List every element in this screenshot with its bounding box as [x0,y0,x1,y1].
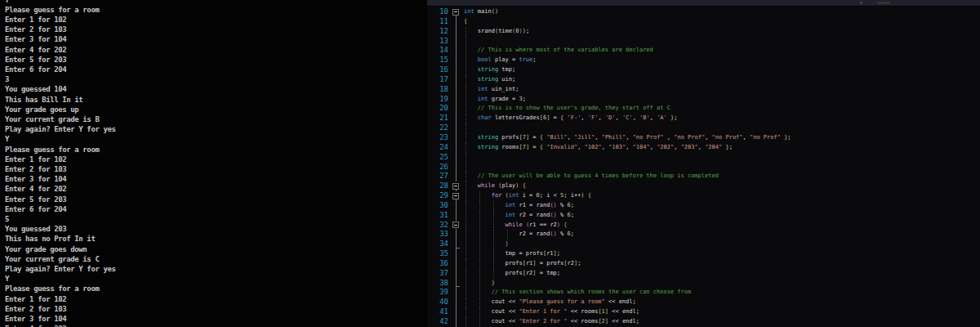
code-line[interactable]: 32 while (r1 == r2) { [427,221,980,231]
code-token: ; i++ [564,192,581,199]
console-window[interactable]: YPlease guess for a roomEnter 1 for 102E… [0,0,426,327]
code-line[interactable]: 41 cout << "Enter 1 for " << rooms[1] <<… [427,307,980,317]
code-line[interactable]: 12 srand(time(0)); [427,27,980,37]
code-token: "no Prof" [712,134,743,141]
console-line: Enter 4 for 202 [5,45,116,55]
code-line[interactable]: 29 for (int i = 0; i < 5; i++) { [427,191,980,201]
code-text: } [464,279,495,289]
fold-guide [450,17,463,27]
code-token: "204" [705,144,722,150]
fold-guide-line [456,259,457,269]
indent-guide [479,307,480,317]
collapse-minus-icon[interactable] [452,222,459,228]
line-number: 33 [427,230,448,238]
code-line[interactable]: 11{ [427,17,980,27]
code-line[interactable]: 22 [427,123,980,133]
code-token: ; [674,114,677,121]
indent-guide [479,211,480,221]
code-line[interactable]: 38 } [427,279,980,289]
fold-guide-line [456,153,457,163]
code-line[interactable]: 16 string tmp; [427,65,980,75]
fold-guide [450,133,463,143]
code-token: , [705,134,711,141]
code-line[interactable]: 30 int r1 = rand() % 6; [427,201,980,211]
fold-toggle[interactable] [450,221,463,231]
code-line[interactable]: 37 profs[r2] = tmp; [427,269,980,279]
code-line[interactable]: 42 cout << "Enter 2 for " << rooms[2] <<… [427,317,980,327]
code-token: , [581,114,587,121]
code-line[interactable]: 23 string profs[7] = { "Bill", "Jill", "… [427,133,980,143]
fold-guide [450,114,463,123]
code-line[interactable]: 33 r2 = rand() % 6; [427,230,980,240]
code-line[interactable]: 27 // The user will be able to guess 4 t… [427,172,980,181]
code-line[interactable]: 28 while (play) { [427,181,980,191]
code-line[interactable]: 18 int uin_int; [427,85,980,95]
indent-guide [466,95,466,105]
code-line[interactable]: 25 [427,153,980,163]
code-token: while [478,182,495,189]
code-token: } [506,240,509,247]
code-line[interactable]: 10int main() [427,7,980,17]
code-token: profs [498,134,519,141]
code-token: , [568,134,574,141]
code-line[interactable]: 34 } [427,240,980,249]
code-line[interactable]: 17 string uin; [427,75,980,85]
code-text: char lettersGrades[6] = { 'F-', 'F', 'D'… [464,114,677,123]
code-token: , [674,144,680,150]
code-line[interactable]: 40 cout << "Please guess for a room" << … [427,298,980,307]
line-number: 12 [427,27,448,35]
code-line[interactable]: 15 bool play = true; [427,56,980,65]
code-line[interactable]: 39 // This section shows which rooms the… [427,288,980,298]
indent-guide [466,153,466,163]
code-token: cout << [464,318,519,325]
fold-guide-line [456,85,457,95]
code-area[interactable]: 10int main()11{12 srand(time(0));1314 //… [427,7,980,327]
code-token: // This is where most of the variables a… [464,47,653,53]
code-line[interactable]: 35 tmp = profs[r1]; [427,249,980,259]
code-token: "no Prof" [633,134,664,141]
fold-guide-line [456,230,457,240]
code-token: string [478,134,498,141]
code-text: int grade = 3; [464,95,526,105]
code-token: << endl; [608,318,639,325]
code-token: play [501,182,515,189]
collapse-minus-icon[interactable] [452,9,459,16]
code-line[interactable]: 13 [427,37,980,47]
console-line: Your current grade is B [5,114,116,124]
fold-guide [450,249,463,259]
fold-guide [450,298,463,307]
fold-toggle[interactable] [450,181,463,191]
code-token: cout << [464,298,519,305]
fold-guide-line [456,163,457,172]
code-token: "Please guess for a room" [519,298,604,305]
code-line[interactable]: 26 [427,163,980,172]
console-line: Enter 4 for 202 [5,184,116,194]
collapse-minus-icon[interactable] [452,183,459,190]
code-line[interactable]: 14 // This is where most of the variable… [427,46,980,56]
code-line[interactable]: 31 int r2 = rand() % 6; [427,211,980,221]
code-token: int [478,96,488,102]
fold-toggle[interactable] [450,7,463,17]
code-token: ; [526,28,529,34]
fold-toggle[interactable] [450,191,463,201]
fold-guide-line [456,95,457,105]
code-line[interactable]: 21 char lettersGrades[6] = { 'F-', 'F', … [427,114,980,123]
code-text: int main() [464,7,498,17]
code-line[interactable]: 24 string rooms[7] = { "Invalid", "102",… [427,143,980,153]
console-line: 5 [5,214,116,224]
editor-top-scrollbar[interactable] [427,0,980,7]
code-line[interactable]: 36 profs[r1] = profs[r2]; [427,259,980,269]
scrollbar-thumb[interactable] [877,2,890,4]
fold-guide [450,279,463,289]
code-line[interactable]: 20 // This is to show the user's grade, … [427,104,980,114]
fold-end-icon [457,286,460,287]
collapse-minus-icon[interactable] [452,193,459,199]
code-token: i = [519,192,536,199]
console-line: Enter 5 for 203 [5,195,116,204]
code-line[interactable]: 19 int grade = 3; [427,95,980,105]
fold-guide-line [456,288,457,298]
code-token: "104" [633,144,650,150]
line-number: 10 [427,7,448,16]
code-token: , [650,144,657,150]
editor-pane[interactable]: 10int main()11{12 srand(time(0));1314 //… [426,0,980,327]
